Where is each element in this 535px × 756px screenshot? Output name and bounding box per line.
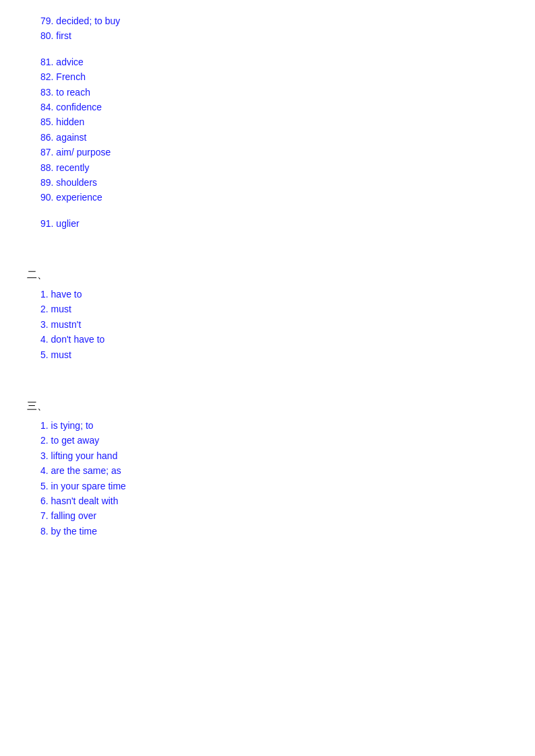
s3-item-5: 5. in your spare time [27,479,508,493]
item-88: 88. recently [27,160,508,175]
item-87: 87. aim/ purpose [27,145,508,160]
s3-item-3: 3. lifting your hand [27,448,508,463]
s2-item-5: 5. must [27,347,508,362]
s3-item-1: 1. is tying; to [27,418,508,433]
s2-item-1: 1. have to [27,287,508,302]
s3-item-6: 6. hasn't dealt with [27,493,508,508]
s3-item-4: 4. are the same; as [27,463,508,478]
section-3-header: 三、 [27,400,508,413]
item-86: 86. against [27,130,508,145]
item-91: 91. uglier [27,216,508,231]
item-80: 80. first [27,28,508,43]
item-82: 82. French [27,69,508,84]
section-2: 二、 1. have to 2. must 3. mustn't 4. don'… [27,269,508,362]
item-85: 85. hidden [27,114,508,129]
item-83: 83. to reach [27,85,508,100]
s3-item-2: 2. to get away [27,433,508,448]
s2-item-4: 4. don't have to [27,332,508,347]
item-81: 81. advice [27,55,508,69]
s3-item-7: 7. falling over [27,508,508,523]
main-content: 79. decided; to buy 80. first 81. advice… [27,13,508,539]
section-2-header: 二、 [27,269,508,281]
s2-item-3: 3. mustn't [27,317,508,332]
item-79: 79. decided; to buy [27,13,508,28]
s2-item-2: 2. must [27,302,508,316]
section-1: 79. decided; to buy 80. first 81. advice… [27,13,508,231]
item-90: 90. experience [27,190,508,205]
item-84: 84. confidence [27,100,508,114]
section-3: 三、 1. is tying; to 2. to get away 3. lif… [27,400,508,539]
s3-item-8: 8. by the time [27,524,508,539]
item-89: 89. shoulders [27,175,508,190]
